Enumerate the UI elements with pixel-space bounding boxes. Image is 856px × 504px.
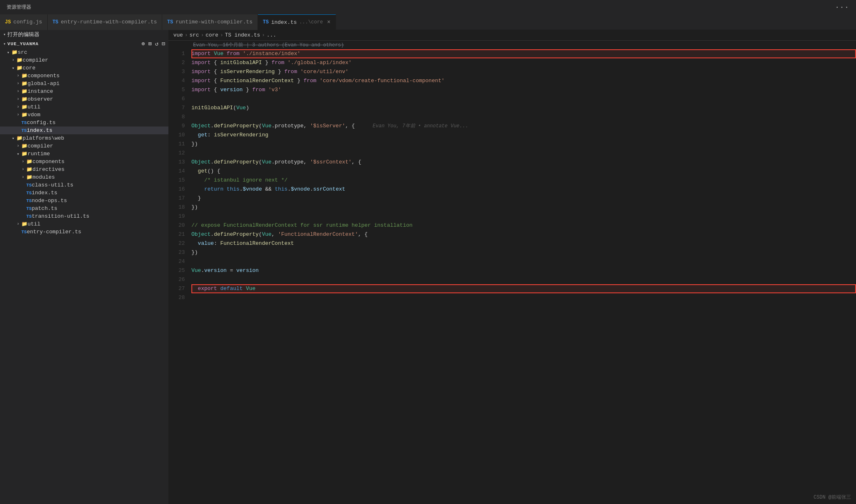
arrow-5: › xyxy=(15,89,21,94)
open-editors-section[interactable]: ▾ 打开的编辑器 xyxy=(0,30,168,39)
code-line-28 xyxy=(191,293,856,302)
line-num-14: 14 xyxy=(168,167,185,176)
line-num-26: 26 xyxy=(168,275,185,284)
git-blame: Evan You, 16个月前 | 3 authors (Evan You an… xyxy=(168,41,856,49)
tree-item-3[interactable]: ›📁 components xyxy=(0,72,168,80)
tab-index-ts[interactable]: TSindex.ts ...\core× xyxy=(258,14,336,30)
tree-item-1[interactable]: ›📁 compiler xyxy=(0,56,168,64)
tree-item-10[interactable]: TS index.ts xyxy=(0,127,168,134)
code-line-10: get: isServerRendering xyxy=(191,131,856,140)
file-badge-19: TS xyxy=(26,198,32,203)
tree-item-13[interactable]: ▾📁 runtime xyxy=(0,150,168,158)
tree-item-6[interactable]: ›📁 observer xyxy=(0,95,168,103)
tab-config-js[interactable]: JSconfig.js xyxy=(0,14,48,30)
arrow-22: › xyxy=(15,222,21,226)
tree-item-2[interactable]: ▾📁 core xyxy=(0,64,168,72)
tree-item-18[interactable]: TS index.ts xyxy=(0,189,168,197)
breadcrumb-item-4[interactable]: ... xyxy=(267,32,276,38)
tree-item-23[interactable]: TS entry-compiler.ts xyxy=(0,228,168,236)
tree-item-15[interactable]: ›📁 directives xyxy=(0,166,168,173)
arrow-3: › xyxy=(15,74,21,78)
code-content[interactable]: import Vue from './instance/index'import… xyxy=(190,49,856,504)
new-folder-icon[interactable]: ⊞ xyxy=(148,40,152,47)
tree-item-4[interactable]: ›📁 global-api xyxy=(0,80,168,87)
code-line-20: // expose FunctionalRenderContext for ss… xyxy=(191,221,856,230)
line-num-23: 23 xyxy=(168,248,185,257)
breadcrumb-item-1[interactable]: src xyxy=(189,32,199,38)
code-line-12 xyxy=(191,149,856,158)
folder-icon-4: 📁 xyxy=(21,81,28,87)
breadcrumb-item-0[interactable]: vue xyxy=(173,32,183,38)
folder-label-15: directives xyxy=(32,166,64,173)
arrow-1: › xyxy=(10,58,16,62)
tree-item-20[interactable]: TS patch.ts xyxy=(0,205,168,212)
code-line-7: initGlobalAPI(Vue) xyxy=(191,104,856,113)
inline-blame: Evan You, 7年前 • annotate Vue... xyxy=(373,123,468,129)
tree-item-22[interactable]: ›📁 util xyxy=(0,220,168,228)
tab-close-index-ts[interactable]: × xyxy=(327,19,330,25)
tree-item-0[interactable]: ▾📁 src xyxy=(0,48,168,56)
code-line-2: import { initGlobalAPI } from './global-… xyxy=(191,58,856,67)
code-line-26 xyxy=(191,275,856,284)
line-num-16: 16 xyxy=(168,185,185,194)
line-num-11: 11 xyxy=(168,140,185,149)
collapse-icon[interactable]: ⊟ xyxy=(162,40,165,47)
file-label-18: index.ts xyxy=(32,190,57,196)
tab-path-index-ts: ...\core xyxy=(299,19,323,25)
folder-icon-6: 📁 xyxy=(21,96,28,102)
tab-entry-runtime[interactable]: TSentry-runtime-with-compiler.ts xyxy=(48,14,162,30)
breadcrumb-sep-2: › xyxy=(220,32,223,38)
tab-runtime-with-compiler[interactable]: TSruntime-with-compiler.ts xyxy=(162,14,258,30)
folder-icon-3: 📁 xyxy=(21,73,28,79)
line-num-20: 20 xyxy=(168,221,185,230)
folder-icon-0: 📁 xyxy=(12,49,18,55)
file-label-10: index.ts xyxy=(27,127,52,133)
folder-icon-2: 📁 xyxy=(16,65,23,71)
line-num-28: 28 xyxy=(168,293,185,302)
file-label-20: patch.ts xyxy=(32,205,57,212)
tree-item-19[interactable]: TS node-ops.ts xyxy=(0,197,168,205)
breadcrumb-item-3[interactable]: TS index.ts xyxy=(225,32,260,38)
code-line-18: }) xyxy=(191,203,856,212)
arrow-2: ▾ xyxy=(10,66,16,71)
code-line-24 xyxy=(191,257,856,266)
new-file-icon[interactable]: ⊕ xyxy=(141,40,145,47)
tree-item-16[interactable]: ›📁 modules xyxy=(0,173,168,181)
more-icon[interactable]: ··· xyxy=(835,4,856,11)
code-line-4: import { FunctionalRenderContext } from … xyxy=(191,76,856,85)
tree-item-21[interactable]: TS transition-util.ts xyxy=(0,212,168,220)
folder-label-8: vdom xyxy=(28,112,40,118)
line-num-27: 27 xyxy=(168,284,185,293)
refresh-icon[interactable]: ↺ xyxy=(155,40,158,47)
tree-item-8[interactable]: ›📁 vdom xyxy=(0,111,168,119)
line-num-7: 7 xyxy=(168,104,185,113)
folder-icon-14: 📁 xyxy=(26,159,32,165)
root-folder[interactable]: ▾ VUE_YUANMA xyxy=(3,41,39,46)
file-label-9: config.ts xyxy=(27,120,55,126)
tab-badge-entry-runtime: TS xyxy=(53,19,58,25)
tree-item-5[interactable]: ›📁 instance xyxy=(0,87,168,95)
line-num-9: 9 xyxy=(168,122,185,131)
tree-item-14[interactable]: ›📁 components xyxy=(0,158,168,166)
folder-icon-11: 📁 xyxy=(16,135,23,141)
tree-item-11[interactable]: ▾📁 platforms\web xyxy=(0,134,168,142)
line-num-10: 10 xyxy=(168,131,185,140)
code-line-25: Vue.version = version xyxy=(191,266,856,275)
arrow-12: › xyxy=(15,144,21,148)
tree-item-17[interactable]: TS class-util.ts xyxy=(0,181,168,189)
code-line-23: }) xyxy=(191,248,856,257)
line-num-15: 15 xyxy=(168,176,185,185)
open-editors-arrow: ▾ xyxy=(3,32,6,37)
breadcrumb-item-2[interactable]: core xyxy=(205,32,218,38)
arrow-16: › xyxy=(20,175,26,180)
tab-badge-index-ts: TS xyxy=(263,19,269,25)
tree-item-7[interactable]: ›📁 util xyxy=(0,103,168,111)
breadcrumb-sep-0: › xyxy=(184,32,188,38)
file-badge-10: TS xyxy=(21,128,27,133)
tree-item-9[interactable]: TS config.ts xyxy=(0,119,168,127)
tree-item-12[interactable]: ›📁 compiler xyxy=(0,142,168,150)
root-folder-label: VUE_YUANMA xyxy=(7,41,39,46)
code-line-3: import { isServerRendering } from 'core/… xyxy=(191,67,856,76)
code-line-9: Object.defineProperty(Vue.prototype, '$i… xyxy=(191,122,856,131)
folder-label-0: src xyxy=(18,49,27,55)
